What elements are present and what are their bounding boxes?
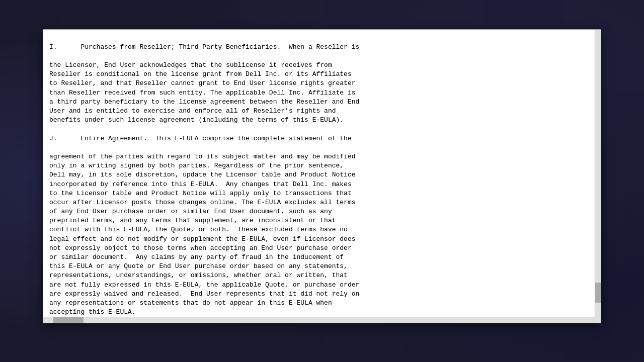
terminal-content[interactable]: I. Purchases from Reseller; Third Party … — [43, 30, 601, 323]
section-i-text: I. Purchases from Reseller; Third Party … — [49, 43, 359, 51]
scrollbar-horizontal[interactable] — [43, 317, 595, 323]
section-j-body: agreement of the parties with regard to … — [49, 153, 359, 316]
scrollbar-h-thumb[interactable] — [53, 317, 84, 323]
section-j-header: J. Entire Agreement. This E-EULA compris… — [49, 135, 352, 142]
terminal-window: I. Purchases from Reseller; Third Party … — [43, 29, 601, 323]
scrollbar-vertical[interactable] — [595, 30, 601, 323]
section-i-body: the Licensor, End User acknowledges that… — [49, 61, 359, 124]
scrollbar-thumb[interactable] — [595, 283, 601, 303]
